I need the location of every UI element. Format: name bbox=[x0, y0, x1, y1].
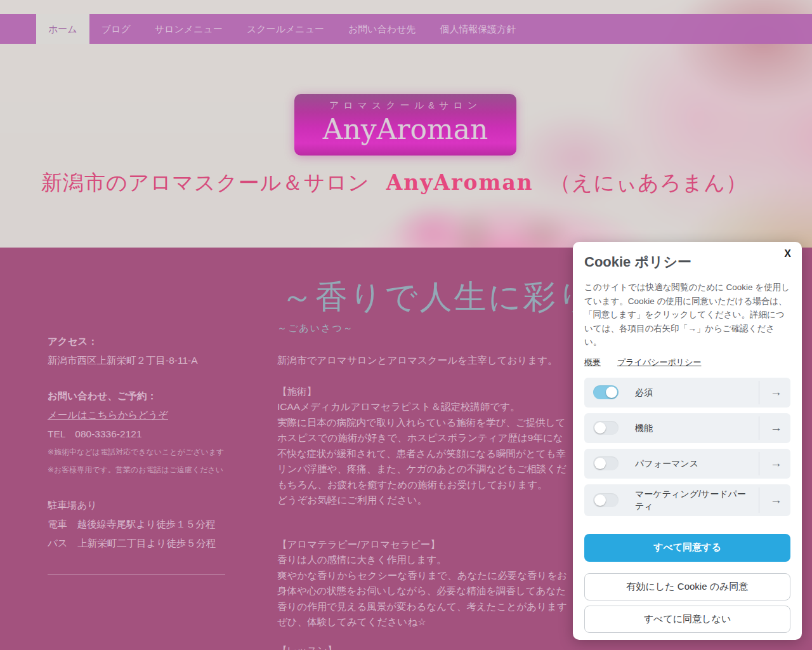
content-line: 【施術】 bbox=[277, 384, 567, 400]
privacy-policy-link[interactable]: プライバシーポリシー bbox=[617, 357, 701, 368]
row-divider bbox=[759, 381, 759, 404]
cookie-category-row-required: 必須→ bbox=[584, 378, 790, 408]
toggle-knob bbox=[606, 387, 617, 398]
content-block: 【アロマテラピー/アロマセラピー】香りは人の感情に大きく作用します。爽やかな香り… bbox=[277, 537, 567, 630]
site-heading-brand: AnyAroman bbox=[386, 170, 534, 195]
sidebar-divider bbox=[48, 574, 225, 575]
accept-enabled-button[interactable]: 有効にした Cookie のみ同意 bbox=[584, 573, 790, 600]
arrow-right-icon[interactable]: → bbox=[770, 421, 782, 435]
site-heading-prefix: 新潟市のアロマスクール＆サロン bbox=[41, 171, 370, 194]
content-line: リンパ浮腫や、疼痛、また、ケガのあとの不調などもご相談くだ bbox=[277, 461, 567, 477]
sidebar-line: 駐車場あり bbox=[48, 499, 238, 512]
content-line: 香りの作用で見える風景が変わるなんて、考えたことがあります bbox=[277, 599, 567, 615]
toggle-performance[interactable] bbox=[593, 456, 619, 470]
cookie-dialog-links: 概要 プライバシーポリシー bbox=[584, 357, 790, 368]
sidebar-line: ※施術中などは電話対応できないことがございます bbox=[48, 447, 238, 458]
toggle-knob bbox=[594, 494, 606, 506]
nav-item-contact[interactable]: お問い合わせ先 bbox=[336, 14, 428, 44]
cookie-category-row-performance: パフォーマンス→ bbox=[584, 449, 790, 479]
toggle-knob bbox=[594, 458, 606, 469]
cookie-dialog: X Cookie ポリシー このサイトでは快適な閲覧のために Cookie を使… bbox=[573, 242, 802, 640]
sidebar-line: 新潟市西区上新栄町２丁目-8-11-A bbox=[48, 354, 238, 368]
content-block: 【レッスン】 bbox=[277, 643, 567, 650]
site-heading-suffix: （えにぃあろまん） bbox=[550, 171, 747, 194]
nav-item-home[interactable]: ホーム bbox=[36, 14, 89, 44]
cookie-category-label: 機能 bbox=[635, 422, 653, 434]
arrow-right-icon[interactable]: → bbox=[770, 493, 782, 507]
site-heading: 新潟市のアロマスクール＆サロンAnyAroman（えにぃあろまん） bbox=[41, 169, 747, 197]
nav-item-salon-menu[interactable]: サロンメニュー bbox=[143, 14, 235, 44]
sub-heading: ～ごあいさつ～ bbox=[277, 322, 354, 335]
overview-link[interactable]: 概要 bbox=[584, 357, 601, 368]
cookie-category-label: 必須 bbox=[635, 387, 653, 399]
row-divider bbox=[759, 416, 759, 440]
cookie-category-label: マーケティング/サードパーティ bbox=[635, 488, 754, 512]
content-line: ICAAメディカルアロマセラピスト＆認定校講師です。 bbox=[277, 399, 567, 415]
content-block: 【施術】ICAAメディカルアロマセラピスト＆認定校講師です。実際に日本の病院内で… bbox=[277, 384, 567, 508]
logo-subtitle: アロマスクール&サロン bbox=[294, 100, 516, 112]
sidebar-line: 電車 越後線寺尾駅より徒歩１５分程 bbox=[48, 518, 238, 531]
accept-all-button[interactable]: すべて同意する bbox=[584, 534, 790, 562]
sidebar-line: ※お客様専用です。営業のお電話はご遠慮ください bbox=[48, 465, 238, 475]
sidebar-spacer bbox=[48, 373, 238, 390]
page: ホームブログサロンメニュースクールメニューお問い合わせ先個人情報保護方針 アロマ… bbox=[0, 0, 812, 650]
nav-item-privacy-policy[interactable]: 個人情報保護方針 bbox=[428, 14, 528, 44]
sidebar-line: バス 上新栄町二丁目より徒歩５分程 bbox=[48, 537, 238, 550]
mail-link[interactable]: メールはこちらからどうぞ bbox=[48, 409, 238, 422]
content-line: 実際に日本の病院内で取り入れらている施術を学び、ご提供して bbox=[277, 415, 567, 431]
content-line: 【アロマテラピー/アロマセラピー】 bbox=[277, 537, 567, 553]
toggle-knob bbox=[594, 422, 606, 434]
content-block: 新潟市でアロマサロンとアロマスクールを主宰しております。 bbox=[277, 353, 567, 369]
content-line: 【レッスン】 bbox=[277, 643, 567, 650]
main-column: 新潟市でアロマサロンとアロマスクールを主宰しております。【施術】ICAAメディカ… bbox=[277, 353, 567, 650]
nav-item-school-menu[interactable]: スクールメニュー bbox=[235, 14, 336, 44]
content-line: ホスピスでの施術が好きで、ホスピスボランティア歴は9年にな bbox=[277, 430, 567, 446]
close-icon[interactable]: X bbox=[782, 246, 794, 262]
cookie-categories: 必須→機能→パフォーマンス→マーケティング/サードパーティ→ bbox=[584, 378, 790, 516]
sidebar-line: アクセス： bbox=[48, 335, 238, 348]
cookie-category-row-marketing: マーケティング/サードパーティ→ bbox=[584, 484, 790, 516]
logo-title: AnyAroman bbox=[294, 113, 516, 145]
sidebar-line: TEL 080-3336-2121 bbox=[48, 428, 238, 441]
cookie-category-row-functional: 機能→ bbox=[584, 413, 790, 443]
toggle-functional[interactable] bbox=[593, 421, 619, 435]
cookie-dialog-title: Cookie ポリシー bbox=[584, 253, 790, 272]
content-line: 不快な症状が緩和されて、患者さんが笑顔になる瞬間がとても幸 bbox=[277, 446, 567, 462]
content-line: どうぞお気軽にご利用ください。 bbox=[277, 493, 567, 508]
arrow-right-icon[interactable]: → bbox=[770, 456, 782, 470]
nav-item-blog[interactable]: ブログ bbox=[89, 14, 143, 44]
arrow-right-icon[interactable]: → bbox=[770, 385, 782, 399]
cookie-dialog-body: このサイトでは快適な閲覧のために Cookie を使用しています。Cookie … bbox=[584, 281, 790, 349]
sidebar-line: お問い合わせ、ご予約： bbox=[48, 390, 238, 403]
row-divider bbox=[759, 488, 759, 513]
content-line: 爽やかな香りからセクシーな香りまで、あなたに必要な香りをお bbox=[277, 568, 567, 584]
sidebar: アクセス：新潟市西区上新栄町２丁目-8-11-Aお問い合わせ、ご予約：メールはこ… bbox=[48, 335, 238, 575]
reject-all-button[interactable]: すべてに同意しない bbox=[584, 606, 790, 633]
row-divider bbox=[759, 452, 759, 475]
cookie-category-label: パフォーマンス bbox=[635, 458, 698, 470]
content-line: ぜひ、体験してみてくださいね☆ bbox=[277, 614, 567, 630]
content-line: もちろん、お疲れを癒すための施術もお受けしております。 bbox=[277, 477, 567, 493]
sidebar-spacer bbox=[48, 482, 238, 499]
site-logo[interactable]: アロマスクール&サロン AnyAroman bbox=[294, 94, 516, 156]
content-line: 身体や心の状態をお伺いしながら、必要な精油を調香してあなた bbox=[277, 583, 567, 599]
toggle-required[interactable] bbox=[593, 385, 619, 399]
toggle-marketing[interactable] bbox=[593, 493, 619, 507]
nav: ホームブログサロンメニュースクールメニューお問い合わせ先個人情報保護方針 bbox=[0, 14, 812, 44]
content-line: 新潟市でアロマサロンとアロマスクールを主宰しております。 bbox=[277, 353, 567, 369]
content-line: 香りは人の感情に大きく作用します。 bbox=[277, 552, 567, 568]
